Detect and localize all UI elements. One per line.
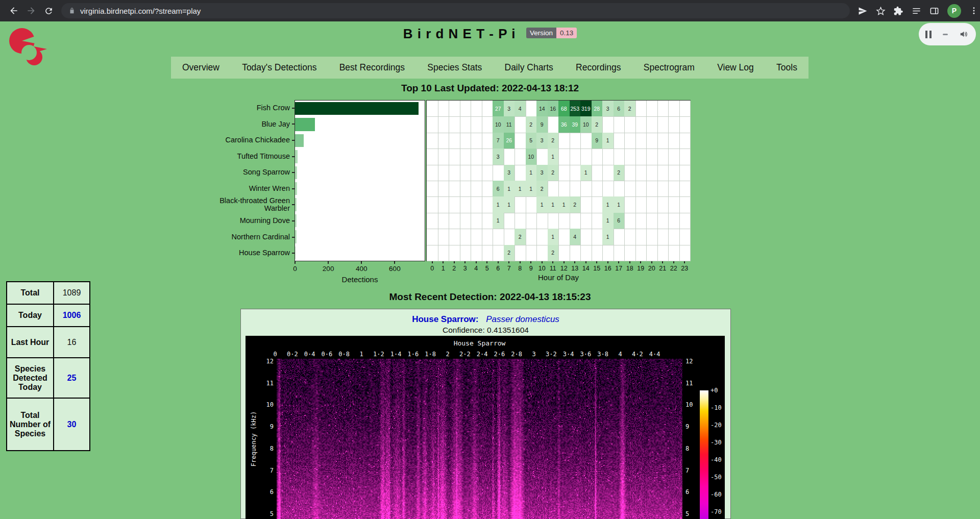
url-text: virginia.birdnetpi.com/?stream=play [80, 7, 201, 15]
heatmap-cell [624, 196, 636, 213]
stats-value[interactable]: 30 [54, 398, 90, 451]
lock-icon [68, 7, 76, 14]
url-bar[interactable]: virginia.birdnetpi.com/?stream=play [61, 3, 850, 18]
heatmap-cell: 1 [493, 213, 504, 229]
heatmap-cell [570, 213, 581, 229]
nav-item-recordings[interactable]: Recordings [574, 62, 623, 73]
heatmap-cell: 2 [548, 133, 559, 149]
bar [295, 102, 419, 115]
heatmap-cell: 3 [536, 133, 548, 149]
back-button[interactable] [5, 2, 22, 19]
heatmap-cell: 36 [558, 116, 570, 133]
hour-axis-tick-label: 18 [626, 265, 633, 272]
bar-axis-tick-label: 200 [323, 265, 334, 273]
heatmap-cell [427, 165, 438, 181]
colorbar-tick-label: -70 [710, 508, 722, 515]
heatmap-cell [482, 229, 494, 245]
forward-button[interactable] [22, 2, 40, 19]
heatmap-cell [679, 116, 691, 133]
nav-item-tools[interactable]: Tools [774, 62, 799, 73]
heatmap-cell [592, 181, 603, 197]
spectrogram-y-tick-right: 8 [685, 445, 689, 452]
heatmap-cell [614, 181, 625, 197]
heatmap-cell: 2 [514, 229, 526, 245]
bar [295, 246, 296, 259]
reload-button[interactable] [40, 2, 57, 19]
nav-item-species-stats[interactable]: Species Stats [425, 62, 484, 73]
heatmap-cell [482, 149, 494, 165]
heatmap-cell: 4 [514, 101, 526, 117]
heatmap-cell: 1 [558, 196, 570, 213]
hour-axis-tick-label: 13 [571, 265, 578, 272]
colorbar-tick-label: -40 [710, 456, 722, 463]
seek-dot[interactable] [943, 34, 948, 35]
reading-list-icon[interactable] [912, 6, 921, 16]
spectrogram-colorbar [700, 390, 708, 519]
species-label: Carolina Chickadee [200, 132, 290, 149]
heatmap-cell [438, 213, 450, 229]
heatmap-cell [624, 245, 636, 261]
heatmap-cell [635, 116, 647, 133]
hour-axis-tick [552, 261, 553, 263]
nav-item-today-s-detections[interactable]: Today's Detections [240, 62, 318, 73]
heatmap-cell [460, 229, 472, 245]
send-icon[interactable] [858, 6, 868, 16]
reload-icon [44, 6, 54, 16]
stats-value[interactable]: 1006 [54, 304, 90, 327]
species-label: Song Sparrow [200, 164, 290, 181]
stats-value[interactable]: 25 [54, 358, 90, 398]
detection-common-name[interactable]: House Sparrow: [412, 314, 478, 324]
species-label: Mourning Dove [200, 213, 290, 229]
most-recent-heading: Most Recent Detection: 2022-04-13 18:15:… [0, 291, 980, 303]
side-panel-icon[interactable] [929, 6, 939, 16]
stats-table: Total1089Today1006Last Hour16Species Det… [6, 281, 90, 451]
heatmap-cell [482, 245, 494, 261]
heatmap-cell [449, 149, 460, 165]
heatmap-cell [614, 149, 625, 165]
nav-item-best-recordings[interactable]: Best Recordings [337, 62, 407, 73]
heatmap-cell [668, 245, 680, 261]
nav-item-spectrogram[interactable]: Spectrogram [642, 62, 697, 73]
heatmap-cell [558, 229, 570, 245]
nav-item-daily-charts[interactable]: Daily Charts [503, 62, 555, 73]
spectrogram-x-tick: 4·2 [632, 351, 643, 358]
stats-row: Last Hour16 [7, 327, 90, 358]
colorbar-tick-label: -10 [710, 404, 722, 411]
heatmap-cell [679, 149, 691, 165]
hour-axis-tick-label: 14 [582, 265, 590, 272]
heatmap-cell [514, 149, 526, 165]
spectrogram-x-tick: 1 [359, 351, 363, 358]
hour-axis-tick [585, 261, 586, 263]
heatmap-cell [526, 245, 537, 261]
nav-item-view-log[interactable]: View Log [715, 62, 756, 73]
volume-icon[interactable] [959, 30, 969, 39]
heatmap-cell [592, 196, 603, 213]
heatmap-cell [635, 133, 647, 149]
heatmap-cell [438, 245, 450, 261]
hour-axis-tick [662, 261, 663, 263]
version-label: Version [526, 28, 556, 38]
heatmap-cell [514, 165, 526, 181]
nav-item-overview[interactable]: Overview [180, 62, 222, 73]
hour-axis-tick [530, 261, 531, 263]
hour-axis-tick-label: 16 [604, 265, 611, 272]
profile-avatar[interactable]: P [947, 4, 961, 18]
pause-icon[interactable] [925, 31, 932, 38]
species-label: Black-throated Green Warbler [200, 197, 290, 213]
heatmap-cell: 10 [493, 116, 504, 133]
menu-kebab-icon[interactable] [969, 6, 978, 15]
heatmap-cell [614, 116, 625, 133]
heatmap-cell: 1 [514, 181, 526, 197]
heatmap-cell [679, 213, 691, 229]
heatmap-cell [657, 116, 669, 133]
forward-arrow-icon [26, 6, 36, 16]
audio-player[interactable] [919, 23, 976, 45]
heatmap-cell [449, 181, 460, 197]
heatmap-cell [580, 245, 592, 261]
extensions-puzzle-icon[interactable] [894, 6, 903, 16]
hour-axis-tick [673, 261, 674, 263]
spectrogram-y-tick: 12 [254, 358, 274, 365]
stats-value: 16 [54, 327, 90, 358]
heatmap-cell [580, 181, 592, 197]
bookmark-star-icon[interactable] [876, 6, 886, 16]
